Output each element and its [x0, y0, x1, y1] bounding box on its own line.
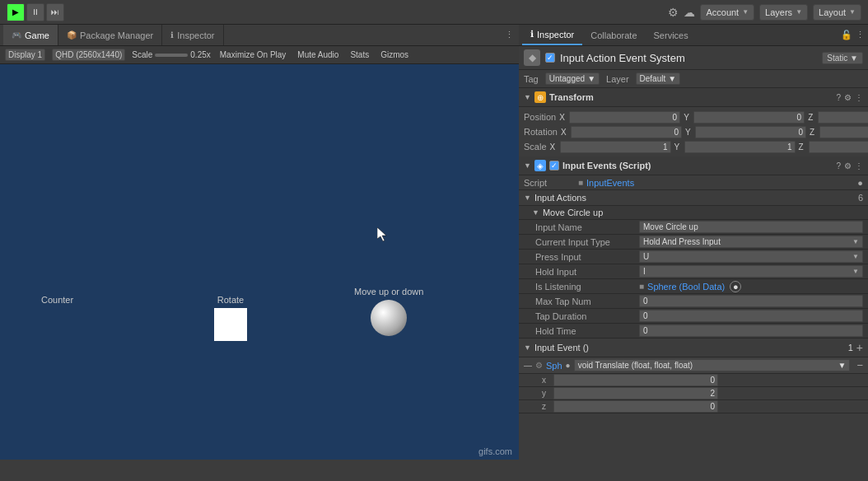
- tab-inspector-right[interactable]: ℹ Inspector: [522, 25, 582, 45]
- game-tab-icon: 🎮: [12, 30, 21, 40]
- event-y-input[interactable]: [553, 387, 718, 399]
- tab-package-manager[interactable]: 📦 Package Manager: [58, 25, 162, 45]
- right-panel: ℹ Inspector Collaborate Services 🔓 ⋮ ◆ I…: [519, 25, 868, 460]
- tab-more-button[interactable]: ⋮: [500, 25, 519, 45]
- account-dropdown[interactable]: Account ▼: [700, 4, 754, 21]
- pause-button[interactable]: ⏸: [26, 3, 44, 21]
- is-listening-circle-button[interactable]: ●: [730, 281, 741, 292]
- display-dropdown[interactable]: Display 1: [5, 49, 45, 61]
- maximize-on-play-button[interactable]: Maximize On Play: [217, 49, 289, 60]
- tab-game[interactable]: 🎮 Game: [3, 25, 58, 45]
- scale-x-input[interactable]: [560, 141, 671, 153]
- input-events-settings-icon[interactable]: ⚙: [844, 161, 852, 170]
- event-ref[interactable]: Sph: [546, 361, 562, 371]
- cursor-indicator: [377, 227, 387, 240]
- play-controls: ▶ ⏸ ⏭: [7, 3, 64, 21]
- resolution-dropdown[interactable]: QHD (2560x1440): [52, 49, 125, 61]
- rotate-square: [214, 308, 247, 341]
- hold-input-dropdown[interactable]: I ▼: [639, 265, 863, 278]
- press-input-row: Press Input U ▼: [519, 250, 868, 264]
- transform-help-icon[interactable]: ?: [836, 93, 841, 102]
- scale-container: Scale 0.25x: [132, 50, 210, 59]
- hold-time-row: Hold Time: [519, 324, 868, 339]
- current-input-type-dropdown[interactable]: Hold And Press Input ▼: [639, 236, 863, 248]
- script-circle-icon[interactable]: ●: [857, 178, 863, 188]
- inspector-header: ◆ Input Action Event System Static ▼: [519, 46, 868, 70]
- move-circle-up-section: ▼ Move Circle up Input Name Current Inpu…: [519, 206, 868, 339]
- stats-button[interactable]: Stats: [348, 49, 371, 60]
- input-events-section-header[interactable]: ▼ ◈ Input Events (Script) ? ⚙ ⋮: [519, 156, 868, 175]
- input-events-checkbox[interactable]: [549, 161, 559, 170]
- layer-dropdown[interactable]: Default ▼: [636, 72, 681, 85]
- tab-collaborate[interactable]: Collaborate: [582, 25, 645, 45]
- play-button[interactable]: ▶: [7, 3, 25, 21]
- max-tap-num-input[interactable]: [639, 295, 863, 307]
- script-icon: ■: [578, 178, 583, 187]
- event-function-dropdown[interactable]: void Translate (float, float, float) ▼: [574, 359, 851, 371]
- press-input-label: Press Input: [535, 252, 634, 262]
- inspector-tab-icons: 🔓 ⋮: [841, 30, 865, 40]
- hold-time-label: Hold Time: [535, 326, 634, 336]
- rotation-x-input[interactable]: [571, 126, 682, 138]
- transform-section-header[interactable]: ▼ ⊕ Transform ? ⚙ ⋮: [519, 88, 868, 107]
- rotation-row: Rotation X Y Z: [524, 124, 863, 139]
- event-remove-button[interactable]: −: [856, 359, 863, 371]
- move-circle-arrow-icon: ▼: [532, 208, 539, 217]
- options-icon[interactable]: ⋮: [856, 30, 865, 40]
- lock-icon[interactable]: 🔓: [841, 30, 852, 40]
- input-event-add-button[interactable]: +: [856, 341, 863, 354]
- event-x-input[interactable]: [553, 374, 718, 386]
- input-events-help-icon[interactable]: ?: [836, 161, 841, 170]
- input-event-arrow-icon: ▼: [524, 343, 531, 352]
- tag-dropdown[interactable]: Untagged ▼: [545, 72, 600, 85]
- press-input-dropdown[interactable]: U ▼: [639, 250, 863, 263]
- layers-dropdown[interactable]: Layers ▼: [759, 4, 808, 21]
- position-x-input[interactable]: [569, 111, 680, 124]
- gizmos-button[interactable]: Gizmos: [378, 49, 411, 60]
- event-y-row: y: [519, 387, 868, 400]
- game-canvas: Counter Rotate Move up or down gifs.com: [0, 64, 519, 460]
- move-circle-title: Move Circle up: [543, 208, 863, 217]
- input-actions-header[interactable]: ▼ Input Actions 6: [519, 190, 868, 206]
- transform-more-icon[interactable]: ⋮: [855, 93, 863, 102]
- tap-duration-input[interactable]: [639, 310, 863, 322]
- position-y-input[interactable]: [693, 111, 805, 124]
- scale-label: Scale: [524, 142, 547, 152]
- scale-slider[interactable]: [155, 54, 188, 57]
- layout-dropdown[interactable]: Layout ▼: [813, 4, 861, 21]
- transform-fields: Position X Y Z Rotation X Y Z: [519, 107, 868, 156]
- active-checkbox[interactable]: [545, 53, 555, 63]
- hold-time-input[interactable]: [639, 325, 863, 337]
- transform-icon: ⊕: [534, 91, 546, 103]
- input-name-input[interactable]: [639, 221, 863, 233]
- input-actions-title: Input Actions: [534, 193, 855, 203]
- current-input-type-row: Current Input Type Hold And Press Input …: [519, 235, 868, 250]
- scale-y-input[interactable]: [684, 141, 796, 153]
- static-dropdown[interactable]: Static ▼: [822, 52, 863, 64]
- collab-icon: ⚙: [668, 6, 679, 19]
- current-input-type-label: Current Input Type: [535, 237, 634, 247]
- scale-z-input[interactable]: [809, 141, 868, 153]
- transform-settings-icon[interactable]: ⚙: [844, 93, 852, 102]
- move-circle-up-header[interactable]: ▼ Move Circle up: [519, 206, 868, 220]
- max-tap-num-row: Max Tap Num: [519, 294, 868, 309]
- event-dash: —: [524, 361, 532, 370]
- move-sphere: [371, 300, 407, 336]
- input-events-more-icon[interactable]: ⋮: [855, 161, 863, 170]
- position-z-input[interactable]: [818, 111, 868, 124]
- tab-services[interactable]: Services: [646, 25, 697, 45]
- input-actions-arrow-icon: ▼: [524, 194, 531, 202]
- tab-inspector-left[interactable]: ℹ Inspector: [162, 25, 223, 45]
- tap-duration-row: Tap Duration: [519, 309, 868, 324]
- script-ref[interactable]: ■ InputEvents: [578, 178, 852, 188]
- event-z-input[interactable]: [553, 400, 718, 413]
- transform-arrow-icon: ▼: [524, 93, 531, 101]
- rotation-z-input[interactable]: [819, 126, 868, 138]
- mute-audio-button[interactable]: Mute Audio: [295, 49, 341, 60]
- rotation-y-input[interactable]: [695, 126, 806, 138]
- input-events-tools: ? ⚙ ⋮: [836, 161, 863, 170]
- event-check-icon: ●: [566, 361, 571, 370]
- input-event-header[interactable]: ▼ Input Event () 1 +: [519, 339, 868, 357]
- counter-object: Counter: [41, 295, 73, 305]
- step-button[interactable]: ⏭: [46, 3, 64, 21]
